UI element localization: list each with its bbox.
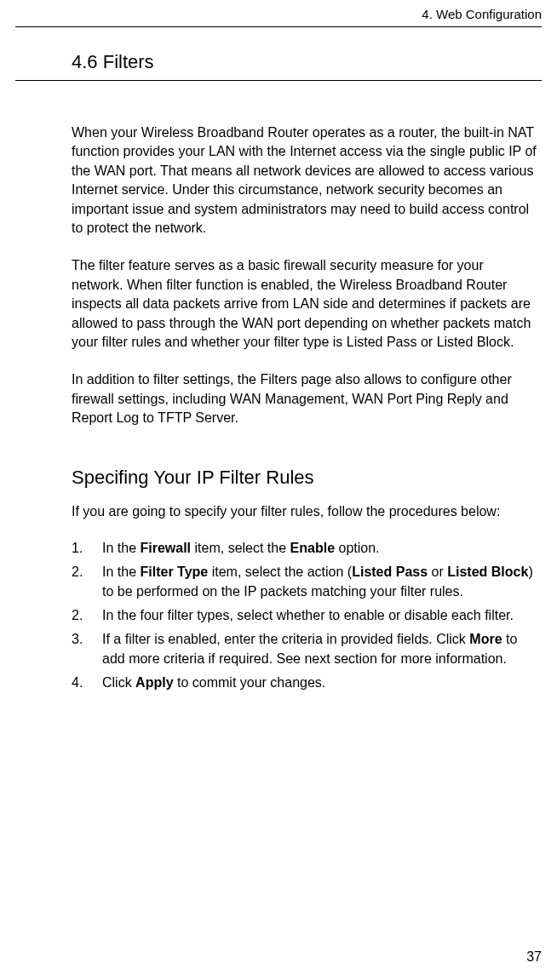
list-marker: 3.: [72, 630, 102, 668]
list-content: Click Apply to commit your changes.: [102, 673, 537, 692]
list-item: 1. In the Firewall item, select the Enab…: [72, 539, 537, 558]
list-item: 2. In the Filter Type item, select the a…: [72, 563, 537, 601]
subsection-intro: If you are going to specify your filter …: [72, 502, 542, 521]
subsection-title: Specifing Your IP Filter Rules: [72, 467, 542, 489]
text-run: or: [428, 565, 447, 579]
list-item: 3. If a filter is enabled, enter the cri…: [72, 630, 537, 668]
text-run: to commit your changes.: [174, 675, 326, 690]
list-marker: 1.: [72, 539, 102, 558]
paragraph-1: When your Wireless Broadband Router oper…: [72, 123, 542, 238]
paragraph-2: The filter feature serves as a basic fir…: [72, 256, 542, 352]
text-run: In the: [102, 541, 140, 555]
text-run: In the four filter types, select whether…: [102, 608, 514, 622]
text-run: In the: [102, 565, 140, 579]
bold-text: Enable: [290, 541, 335, 555]
chapter-label: 4. Web Configuration: [422, 7, 542, 21]
paragraph-3: In addition to filter settings, the Filt…: [72, 370, 542, 427]
list-content: In the four filter types, select whether…: [102, 606, 537, 625]
bold-text: Filter Type: [140, 565, 208, 579]
content-body: When your Wireless Broadband Router oper…: [0, 81, 557, 693]
page-number: 37: [526, 949, 542, 965]
list-item: 4. Click Apply to commit your changes.: [72, 673, 537, 692]
list-marker: 2.: [72, 606, 102, 625]
list-marker: 4.: [72, 673, 102, 692]
text-run: Click: [102, 675, 135, 690]
bold-text: Listed Block: [447, 565, 528, 579]
text-run: item, select the action (: [208, 565, 352, 579]
bold-text: Apply: [135, 675, 173, 690]
list-content: In the Filter Type item, select the acti…: [102, 563, 537, 601]
bold-text: Firewall: [140, 541, 191, 555]
text-run: If a filter is enabled, enter the criter…: [102, 632, 469, 646]
content-area: 4.6 Filters: [0, 27, 557, 73]
steps-list: 1. In the Firewall item, select the Enab…: [72, 539, 542, 693]
bold-text: More: [469, 632, 502, 646]
bold-text: Listed Pass: [352, 565, 428, 579]
section-title: 4.6 Filters: [72, 51, 542, 73]
text-run: item, select the: [191, 541, 290, 555]
text-run: option.: [335, 541, 379, 555]
list-content: If a filter is enabled, enter the criter…: [102, 630, 537, 668]
list-content: In the Firewall item, select the Enable …: [102, 539, 537, 558]
page-header: 4. Web Configuration: [0, 0, 557, 25]
list-item: 2. In the four filter types, select whet…: [72, 606, 537, 625]
list-marker: 2.: [72, 563, 102, 601]
